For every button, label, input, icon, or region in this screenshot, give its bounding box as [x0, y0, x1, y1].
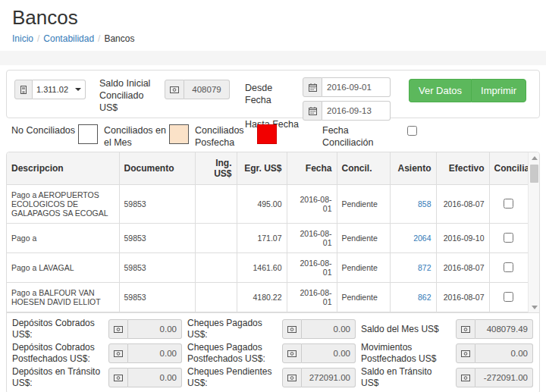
banknote-icon	[165, 80, 184, 99]
saldo-inicial-input[interactable]	[184, 80, 230, 99]
summary-value-input[interactable]	[128, 319, 182, 339]
breadcrumb-current: Bancos	[104, 33, 134, 44]
desde-fecha-input[interactable]	[322, 77, 391, 97]
breadcrumb-contabilidad[interactable]: Contabilidad	[43, 33, 94, 44]
column-header-ing: Ing. US$	[195, 152, 237, 185]
column-header-conciliar: Conciliar	[489, 152, 528, 185]
cell-ing	[195, 253, 237, 283]
table-row: Pago a LAVAGAL598531461.602016-08-01Pend…	[7, 253, 528, 283]
cell-fecha: 2016-08-01	[287, 253, 337, 283]
cell-documento: 59853	[119, 253, 195, 283]
cell-egr: 495.00	[237, 185, 287, 224]
cell-asiento: 2064	[390, 224, 436, 253]
cell-conciliar	[489, 312, 528, 314]
cell-fecha: 2016-08-01	[287, 283, 337, 312]
toolbar-buttons: Ver Datos Imprimir	[409, 79, 526, 102]
summary-input-group	[108, 319, 182, 339]
legend-label-conciliados-mes: Conciliados en el Mes	[104, 124, 169, 149]
conciliar-checkbox[interactable]	[504, 262, 513, 272]
summary-value-input[interactable]	[128, 343, 182, 363]
cell-documento: 59853	[119, 224, 195, 253]
cell-efectivo: 2016-09-10	[436, 224, 489, 253]
column-header-descripcion: Descripcion	[7, 152, 119, 185]
cell-fecha: 2016-08-01	[287, 224, 337, 253]
asiento-link[interactable]: 872	[418, 263, 431, 272]
summary-input-group	[282, 368, 356, 387]
date-inputs	[303, 77, 391, 121]
account-select[interactable]: 1.311.02	[33, 80, 86, 99]
summary-label: Cheques Pagados US$:	[187, 318, 277, 340]
arrow-up-icon[interactable]	[529, 152, 539, 164]
banknote-icon	[456, 368, 475, 387]
cell-ing	[195, 283, 237, 312]
calendar-icon	[303, 101, 322, 121]
cell-efectivo: 2016-08-07	[436, 283, 489, 312]
banknote-icon	[282, 368, 302, 387]
bank-table-body: Pago a AEROPUERTOS ECOLOGICOS DE GALAPAG…	[7, 185, 528, 314]
summary-value-input[interactable]	[302, 368, 356, 387]
hasta-fecha-input[interactable]	[322, 101, 391, 121]
legend-label-no-conciliados: No Conciliados	[11, 124, 78, 136]
fecha-conciliacion-label: Fecha Conciliación	[322, 124, 401, 149]
cell-fecha: 2016-08-01	[287, 312, 337, 314]
bank-icon	[14, 80, 33, 99]
summary-label: Cheques Pagados Postfechados US$:	[187, 342, 277, 365]
column-header-egr: Egr. US$	[237, 152, 287, 185]
asiento-link[interactable]: 2064	[413, 234, 431, 243]
breadcrumb-separator: /	[98, 33, 100, 44]
table-row: Pago a GIL POMBOZA HERIBERTO59859587.072…	[7, 312, 528, 314]
cell-conciliar	[489, 185, 528, 224]
table-row: Pago a59853171.072016-08-01Pendiente2064…	[7, 224, 528, 253]
summary-value-input[interactable]	[302, 343, 356, 363]
cell-egr: 1461.60	[237, 253, 287, 283]
summary-input-group	[108, 343, 182, 363]
banknote-icon	[282, 319, 302, 339]
conciliar-checkbox[interactable]	[504, 292, 513, 302]
summary-grid: Depósitos Cobrados US$:Cheques Pagados U…	[7, 313, 539, 392]
breadcrumb-inicio[interactable]: Inicio	[12, 33, 33, 44]
toolbar-panel: 1.311.02 Saldo Inicial Conciliado US$ De…	[6, 70, 540, 118]
asiento-link[interactable]: 862	[418, 293, 431, 302]
summary-value-input[interactable]	[475, 319, 533, 339]
conciliar-checkbox[interactable]	[504, 233, 513, 243]
cell-conciliar	[489, 283, 528, 312]
asiento-link[interactable]: 858	[418, 199, 431, 209]
cell-descripcion: Pago a	[7, 224, 119, 253]
vertical-scrollbar[interactable]	[528, 152, 539, 313]
cell-ing	[195, 312, 237, 314]
arrow-down-icon[interactable]	[529, 302, 539, 313]
summary-value-input[interactable]	[475, 343, 533, 363]
summary-label: Cheques Pendientes US$:	[187, 366, 277, 389]
summary-input-group	[282, 343, 356, 363]
summary-value-input[interactable]	[128, 368, 182, 387]
table-row: Pago a AEROPUERTOS ECOLOGICOS DE GALAPAG…	[7, 185, 528, 224]
desde-fecha-label: Desde Fecha	[245, 82, 301, 106]
conciliar-checkbox[interactable]	[504, 199, 513, 209]
cell-efectivo: 2016-08-07	[436, 185, 489, 224]
summary-value-input[interactable]	[302, 319, 356, 339]
scrollbar-thumb[interactable]	[530, 165, 538, 183]
summary-value-input[interactable]	[475, 368, 533, 387]
cell-fecha: 2016-08-01	[287, 185, 337, 224]
calendar-icon	[303, 77, 322, 97]
column-header-documento: Documento	[119, 152, 195, 185]
date-labels: Desde Fecha Hasta Fecha	[245, 77, 301, 130]
breadcrumb: Inicio/Contabilidad/Bancos	[12, 33, 534, 44]
page-title: Bancos	[12, 6, 534, 29]
imprimir-button[interactable]: Imprimir	[471, 79, 526, 102]
caret-down-icon	[75, 88, 81, 91]
fecha-conciliacion-checkbox[interactable]	[407, 126, 417, 136]
table-header-row: DescripcionDocumentoIng. US$Egr. US$Fech…	[7, 152, 528, 185]
header-divider-band	[0, 51, 546, 65]
cell-egr: 587.07	[237, 312, 287, 314]
table-row: Pago a BALFOUR VAN HOESEN DAVID ELLIOT59…	[7, 283, 528, 312]
cell-egr: 171.07	[237, 224, 287, 253]
ver-datos-button[interactable]: Ver Datos	[409, 79, 471, 102]
column-header-concil: Concil.	[337, 152, 390, 185]
cell-conciliar	[489, 224, 528, 253]
cell-asiento: 872	[390, 253, 436, 283]
banknote-icon	[108, 343, 128, 363]
summary-input-group	[456, 368, 533, 387]
cell-asiento: 862	[390, 283, 436, 312]
legend-swatch-no-conciliados	[78, 124, 98, 144]
